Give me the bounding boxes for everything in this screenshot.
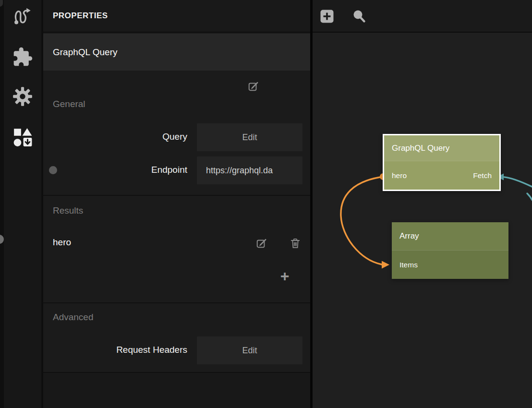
connections-layer	[313, 0, 532, 408]
selected-node-name: GraphQL Query	[53, 34, 117, 71]
puzzle-icon	[12, 47, 33, 70]
node-header: GraphQL Query	[384, 135, 499, 161]
arrowhead-icon	[382, 261, 389, 269]
request-headers-edit-button[interactable]: Edit	[197, 336, 302, 364]
plus-square-icon	[320, 17, 334, 25]
section-divider	[43, 195, 310, 196]
window-edge-strip	[0, 0, 4, 408]
search-nodes-button[interactable]	[352, 9, 366, 24]
rename-result-button[interactable]	[256, 238, 267, 249]
connection-offscreen-to-fetch[interactable]	[497, 174, 532, 201]
panel-footer	[43, 373, 310, 408]
node-graphql-query[interactable]: GraphQL Query hero Fetch	[383, 134, 501, 191]
selected-node-row: GraphQL Query	[43, 34, 310, 71]
noodl-editor: PROPERTIES GraphQL Query	[0, 0, 532, 408]
panel-title: PROPERTIES	[43, 11, 108, 21]
node-ports: hero Fetch	[384, 161, 499, 190]
add-result-button[interactable]: +	[274, 269, 295, 285]
panel-edge-handle[interactable]	[0, 235, 4, 244]
node-canvas[interactable]: GraphQL Query hero Fetch Array Items	[313, 0, 532, 408]
properties-panel: PROPERTIES GraphQL Query	[43, 0, 310, 408]
result-item-name: hero	[53, 237, 71, 248]
sidebar-item-components[interactable]	[12, 128, 33, 149]
section-results-label: Results	[53, 205, 83, 216]
query-edit-button[interactable]: Edit	[197, 123, 302, 151]
edit-pencil-icon	[248, 85, 259, 94]
endpoint-input[interactable]: https://graphql.da	[197, 156, 302, 184]
section-divider	[43, 302, 310, 303]
sidebar-item-nodes[interactable]	[12, 7, 33, 28]
sidebar-item-settings[interactable]	[12, 87, 33, 108]
node-title: Array	[399, 231, 419, 241]
sidebar-item-plugins[interactable]	[12, 48, 33, 69]
delete-result-button[interactable]	[290, 238, 301, 249]
search-icon	[352, 17, 366, 25]
request-headers-label: Request Headers	[43, 345, 187, 355]
gear-icon	[12, 85, 34, 109]
add-node-button[interactable]	[320, 9, 334, 24]
node-header: Array	[392, 222, 508, 250]
query-label: Query	[43, 132, 187, 142]
port-fetch-input[interactable]: Fetch	[473, 171, 492, 180]
node-title: GraphQL Query	[392, 144, 449, 153]
node-ports: Items	[392, 250, 508, 279]
properties-panel-header: PROPERTIES	[43, 0, 310, 33]
noodl-logo-icon	[12, 6, 33, 28]
canvas-toolbar	[313, 0, 532, 33]
components-shapes-icon	[12, 127, 33, 149]
sidebar	[4, 0, 41, 408]
port-hero-output[interactable]: hero	[392, 171, 407, 180]
trash-icon	[290, 242, 301, 251]
port-items-input[interactable]: Items	[399, 261, 418, 269]
node-array[interactable]: Array Items	[392, 222, 508, 279]
section-advanced-label: Advanced	[53, 312, 94, 323]
clipped-corner-element	[0, 0, 3, 7]
connection-hero-to-items[interactable]	[341, 173, 389, 269]
endpoint-label: Endpoint	[43, 165, 187, 175]
section-general-label: General	[53, 99, 85, 109]
edit-pencil-icon	[256, 242, 267, 251]
rename-node-button[interactable]	[248, 81, 259, 92]
